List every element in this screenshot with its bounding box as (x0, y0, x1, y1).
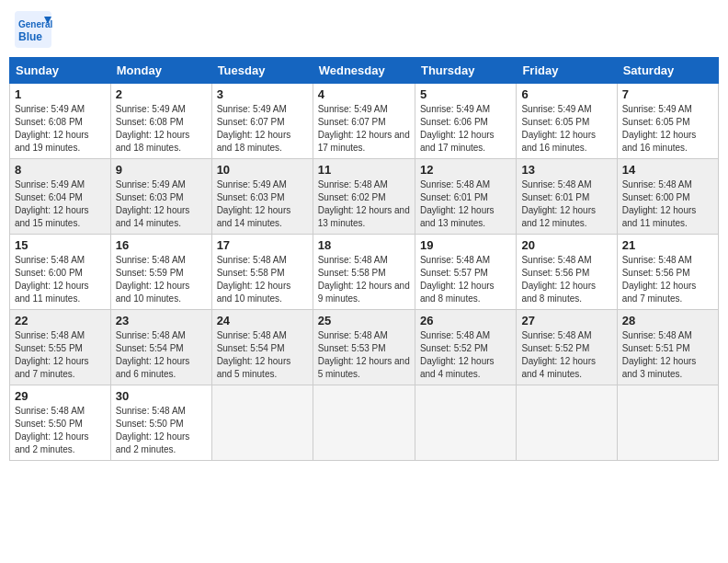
calendar-day-cell (617, 385, 718, 461)
day-info: Sunrise: 5:48 AMSunset: 5:57 PMDaylight:… (420, 254, 511, 305)
day-number: 13 (521, 163, 611, 177)
day-info: Sunrise: 5:49 AMSunset: 6:06 PMDaylight:… (420, 103, 511, 155)
calendar-week-row: 29Sunrise: 5:48 AMSunset: 5:50 PMDayligh… (10, 385, 719, 461)
day-info: Sunrise: 5:48 AMSunset: 6:00 PMDaylight:… (15, 254, 106, 305)
calendar-day-cell: 18Sunrise: 5:48 AMSunset: 5:58 PMDayligh… (313, 235, 415, 310)
calendar-week-row: 8Sunrise: 5:49 AMSunset: 6:04 PMDaylight… (10, 159, 719, 235)
calendar-day-cell: 6Sunrise: 5:49 AMSunset: 6:05 PMDaylight… (517, 84, 617, 159)
day-number: 6 (521, 87, 611, 101)
day-number: 4 (318, 87, 410, 101)
day-info: Sunrise: 5:49 AMSunset: 6:07 PMDaylight:… (217, 103, 308, 155)
day-number: 30 (116, 389, 207, 403)
day-info: Sunrise: 5:49 AMSunset: 6:04 PMDaylight:… (15, 178, 106, 230)
day-number: 25 (318, 314, 410, 327)
calendar-header-row: SundayMondayTuesdayWednesdayThursdayFrid… (10, 58, 719, 84)
day-number: 26 (420, 314, 511, 327)
calendar-day-cell: 7Sunrise: 5:49 AMSunset: 6:05 PMDaylight… (617, 84, 718, 159)
day-info: Sunrise: 5:48 AMSunset: 6:00 PMDaylight:… (622, 178, 713, 230)
calendar-day-cell: 25Sunrise: 5:48 AMSunset: 5:53 PMDayligh… (313, 310, 415, 385)
calendar-day-cell: 21Sunrise: 5:48 AMSunset: 5:56 PMDayligh… (617, 235, 718, 310)
calendar-day-cell: 23Sunrise: 5:48 AMSunset: 5:54 PMDayligh… (110, 310, 211, 385)
weekday-header-thursday: Thursday (415, 58, 516, 84)
day-number: 11 (318, 163, 410, 177)
day-info: Sunrise: 5:48 AMSunset: 6:01 PMDaylight:… (420, 178, 511, 230)
day-number: 9 (116, 163, 207, 177)
weekday-header-tuesday: Tuesday (211, 58, 313, 84)
day-number: 19 (420, 238, 511, 252)
day-info: Sunrise: 5:48 AMSunset: 5:58 PMDaylight:… (217, 254, 308, 305)
day-info: Sunrise: 5:48 AMSunset: 5:55 PMDaylight:… (15, 329, 106, 381)
calendar-day-cell (211, 385, 313, 461)
calendar-day-cell (517, 385, 617, 461)
calendar-day-cell: 5Sunrise: 5:49 AMSunset: 6:06 PMDaylight… (415, 84, 516, 159)
weekday-header-wednesday: Wednesday (313, 58, 415, 84)
calendar-day-cell: 13Sunrise: 5:48 AMSunset: 6:01 PMDayligh… (517, 159, 617, 235)
day-number: 1 (15, 87, 106, 101)
weekday-header-sunday: Sunday (10, 58, 111, 84)
calendar-day-cell: 2Sunrise: 5:49 AMSunset: 6:08 PMDaylight… (110, 84, 211, 159)
calendar-day-cell (313, 385, 415, 461)
calendar-day-cell: 3Sunrise: 5:49 AMSunset: 6:07 PMDaylight… (211, 84, 313, 159)
calendar-day-cell: 12Sunrise: 5:48 AMSunset: 6:01 PMDayligh… (415, 159, 516, 235)
calendar-day-cell: 19Sunrise: 5:48 AMSunset: 5:57 PMDayligh… (415, 235, 516, 310)
day-info: Sunrise: 5:49 AMSunset: 6:03 PMDaylight:… (116, 178, 207, 230)
day-number: 29 (15, 389, 106, 403)
day-info: Sunrise: 5:49 AMSunset: 6:08 PMDaylight:… (15, 103, 106, 155)
day-number: 3 (217, 87, 308, 101)
calendar-body: 1Sunrise: 5:49 AMSunset: 6:08 PMDaylight… (10, 84, 719, 461)
calendar-day-cell: 24Sunrise: 5:48 AMSunset: 5:54 PMDayligh… (211, 310, 313, 385)
calendar-table: SundayMondayTuesdayWednesdayThursdayFrid… (9, 57, 719, 461)
day-number: 7 (622, 87, 713, 101)
calendar-week-row: 15Sunrise: 5:48 AMSunset: 6:00 PMDayligh… (10, 235, 719, 310)
weekday-header-monday: Monday (110, 58, 211, 84)
day-info: Sunrise: 5:48 AMSunset: 5:56 PMDaylight:… (622, 254, 713, 305)
day-info: Sunrise: 5:48 AMSunset: 5:59 PMDaylight:… (116, 254, 207, 305)
calendar-day-cell: 8Sunrise: 5:49 AMSunset: 6:04 PMDaylight… (10, 159, 111, 235)
day-info: Sunrise: 5:48 AMSunset: 5:56 PMDaylight:… (521, 254, 611, 305)
calendar-day-cell: 26Sunrise: 5:48 AMSunset: 5:52 PMDayligh… (415, 310, 516, 385)
day-number: 15 (15, 238, 106, 252)
day-number: 24 (217, 314, 308, 327)
calendar-day-cell: 30Sunrise: 5:48 AMSunset: 5:50 PMDayligh… (110, 385, 211, 461)
calendar-day-cell: 11Sunrise: 5:48 AMSunset: 6:02 PMDayligh… (313, 159, 415, 235)
day-number: 10 (217, 163, 308, 177)
calendar-week-row: 22Sunrise: 5:48 AMSunset: 5:55 PMDayligh… (10, 310, 719, 385)
day-info: Sunrise: 5:48 AMSunset: 5:58 PMDaylight:… (318, 254, 410, 305)
day-number: 27 (521, 314, 611, 327)
day-number: 5 (420, 87, 511, 101)
day-number: 20 (521, 238, 611, 252)
day-number: 8 (15, 163, 106, 177)
calendar-day-cell (415, 385, 516, 461)
calendar-day-cell: 14Sunrise: 5:48 AMSunset: 6:00 PMDayligh… (617, 159, 718, 235)
day-info: Sunrise: 5:49 AMSunset: 6:08 PMDaylight:… (116, 103, 207, 155)
logo: General Blue (13, 9, 53, 50)
day-number: 2 (116, 87, 207, 101)
day-number: 18 (318, 238, 410, 252)
weekday-header-friday: Friday (517, 58, 617, 84)
day-number: 21 (622, 238, 713, 252)
day-number: 22 (15, 314, 106, 327)
calendar-day-cell: 28Sunrise: 5:48 AMSunset: 5:51 PMDayligh… (617, 310, 718, 385)
day-info: Sunrise: 5:49 AMSunset: 6:05 PMDaylight:… (622, 103, 713, 155)
day-info: Sunrise: 5:48 AMSunset: 5:50 PMDaylight:… (15, 405, 106, 456)
day-number: 28 (622, 314, 713, 327)
calendar-day-cell: 16Sunrise: 5:48 AMSunset: 5:59 PMDayligh… (110, 235, 211, 310)
calendar-day-cell: 20Sunrise: 5:48 AMSunset: 5:56 PMDayligh… (517, 235, 617, 310)
day-info: Sunrise: 5:48 AMSunset: 5:52 PMDaylight:… (420, 329, 511, 381)
day-info: Sunrise: 5:48 AMSunset: 5:54 PMDaylight:… (116, 329, 207, 381)
calendar-day-cell: 22Sunrise: 5:48 AMSunset: 5:55 PMDayligh… (10, 310, 111, 385)
calendar-day-cell: 29Sunrise: 5:48 AMSunset: 5:50 PMDayligh… (10, 385, 111, 461)
day-info: Sunrise: 5:48 AMSunset: 5:54 PMDaylight:… (217, 329, 308, 381)
calendar-week-row: 1Sunrise: 5:49 AMSunset: 6:08 PMDaylight… (10, 84, 719, 159)
logo-icon: General Blue (13, 9, 53, 50)
day-info: Sunrise: 5:48 AMSunset: 5:51 PMDaylight:… (622, 329, 713, 381)
day-number: 17 (217, 238, 308, 252)
day-number: 16 (116, 238, 207, 252)
calendar-day-cell: 17Sunrise: 5:48 AMSunset: 5:58 PMDayligh… (211, 235, 313, 310)
calendar-day-cell: 27Sunrise: 5:48 AMSunset: 5:52 PMDayligh… (517, 310, 617, 385)
day-info: Sunrise: 5:49 AMSunset: 6:07 PMDaylight:… (318, 103, 410, 155)
day-info: Sunrise: 5:48 AMSunset: 5:53 PMDaylight:… (318, 329, 410, 381)
day-info: Sunrise: 5:48 AMSunset: 6:01 PMDaylight:… (521, 178, 611, 230)
weekday-header-saturday: Saturday (617, 58, 718, 84)
day-number: 14 (622, 163, 713, 177)
